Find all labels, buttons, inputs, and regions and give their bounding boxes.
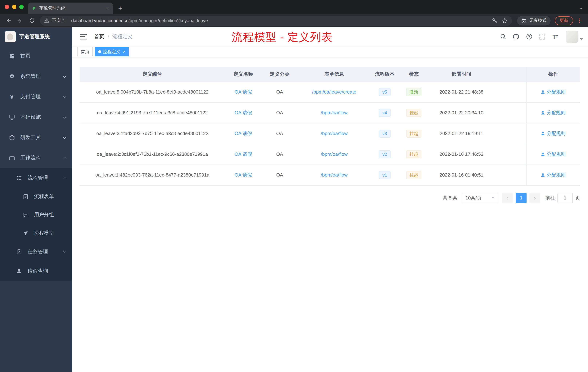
browser-menu-kebab-icon[interactable]: ⋮ — [574, 17, 585, 24]
search-icon[interactable] — [497, 30, 508, 43]
sidebar-item-label: 流程管理 — [28, 175, 48, 181]
sidebar-item-system[interactable]: 系统管理 — [0, 66, 72, 87]
definition-name-link[interactable]: OA 请假 — [235, 131, 252, 136]
cell-deploy-time: 2022-01-22 21:48:38 — [429, 82, 494, 102]
chevron-up-icon — [63, 156, 67, 160]
goto-page-input[interactable] — [557, 193, 573, 203]
minimize-window-button[interactable] — [12, 5, 16, 9]
assign-rule-link[interactable]: 分配规则 — [541, 109, 566, 116]
col-header-time: 部署时间 — [429, 67, 494, 82]
sidebar-item-label: 支付管理 — [20, 94, 41, 100]
zoom-window-button[interactable] — [19, 5, 24, 9]
table-row: oa_leave:3:1fad3d93-7b75-11ec-a3c8-acde4… — [80, 123, 580, 144]
form-link[interactable]: /bpm/oa/flow — [321, 152, 347, 157]
forward-icon[interactable] — [15, 15, 25, 26]
col-header-id: 定义编号 — [80, 67, 225, 82]
breadcrumb: 首页 / 流程定义 — [94, 33, 133, 40]
page-size-select[interactable]: 10条/页 — [462, 193, 498, 203]
col-header-category: 定义分类 — [262, 67, 298, 82]
sidebar-item-label: 用户分组 — [34, 211, 54, 218]
tag-home[interactable]: 首页 — [77, 47, 93, 56]
prev-page-button[interactable]: ‹ — [502, 193, 513, 203]
sidebar-item-leave-query[interactable]: 请假查询 — [0, 261, 72, 281]
user-menu[interactable] — [566, 30, 583, 43]
assign-rule-link[interactable]: 分配规则 — [541, 172, 566, 178]
cell-category: OA — [262, 123, 298, 144]
process-manage-icon — [16, 175, 22, 181]
assign-rule-label: 分配规则 — [547, 151, 566, 157]
person-icon — [541, 110, 545, 115]
next-page-button[interactable]: › — [529, 193, 540, 203]
sidebar-item-workflow[interactable]: 工作流程 — [0, 148, 72, 168]
assign-rule-link[interactable]: 分配规则 — [541, 89, 566, 95]
sidebar-item-process-form[interactable]: 流程表单 — [0, 187, 72, 206]
cell-definition-id: oa_leave:4:991f2193-7b7f-11ec-a3c8-acde4… — [80, 102, 225, 123]
sidebar-item-payment[interactable]: ¥ 支付管理 — [0, 87, 72, 107]
version-badge: v3 — [379, 129, 390, 137]
form-link[interactable]: /bpm/oa/flow — [321, 131, 347, 136]
sidebar-item-label: 任务管理 — [28, 248, 48, 255]
font-size-icon[interactable]: TT — [550, 30, 561, 43]
definition-name-link[interactable]: OA 请假 — [235, 110, 252, 115]
logo-title: 芋道管理系统 — [19, 33, 50, 40]
definition-name-link[interactable]: OA 请假 — [235, 151, 252, 157]
browser-tab[interactable]: 芋道管理系统 × — [28, 2, 113, 14]
assign-rule-link[interactable]: 分配规则 — [541, 151, 566, 157]
process-model-icon — [22, 230, 29, 236]
person-icon — [541, 173, 545, 177]
tab-search-chevron-icon[interactable]: ▼ — [579, 7, 583, 11]
definition-name-link[interactable]: OA 请假 — [235, 172, 252, 177]
breadcrumb-home[interactable]: 首页 — [94, 33, 104, 40]
window-controls — [5, 5, 24, 9]
address-bar[interactable]: 不安全 dashboard.yudao.iocoder.cn/bpm/manag… — [40, 15, 512, 26]
close-window-button[interactable] — [5, 5, 9, 9]
tag-process-definition[interactable]: 流程定义 × — [95, 47, 129, 56]
yen-icon: ¥ — [9, 94, 15, 100]
tag-close-icon[interactable]: × — [123, 50, 126, 54]
sidebar-item-home[interactable]: 首页 — [0, 46, 72, 66]
tab-close-icon[interactable]: × — [106, 6, 109, 11]
sidebar-item-task-manage[interactable]: 任务管理 — [0, 242, 72, 261]
cell-deploy-time: 2022-01-22 19:19:11 — [429, 123, 494, 144]
hamburger-icon[interactable] — [77, 30, 90, 43]
sidebar-item-process-model[interactable]: 流程模型 — [0, 224, 72, 242]
reload-icon[interactable] — [26, 15, 37, 26]
bookmark-star-icon[interactable] — [502, 18, 508, 23]
fullscreen-icon[interactable] — [537, 30, 548, 43]
screenshot-annotation: 流程模型 - 定义列表 — [232, 30, 333, 45]
status-badge: 挂起 — [406, 171, 421, 179]
table-row: oa_leave:4:991f2193-7b7f-11ec-a3c8-acde4… — [80, 102, 580, 123]
sidebar-item-label: 流程表单 — [34, 193, 54, 200]
github-icon[interactable] — [511, 30, 521, 43]
form-link[interactable]: /bpm/oa/flow — [321, 110, 347, 115]
status-badge: 挂起 — [406, 129, 421, 137]
help-icon[interactable] — [524, 30, 535, 43]
cell-filler — [494, 144, 526, 164]
gear-icon — [9, 73, 15, 79]
form-icon — [22, 194, 29, 200]
goto-page: 前往 页 — [546, 193, 580, 203]
new-tab-button[interactable]: + — [118, 5, 122, 12]
breadcrumb-separator: / — [108, 34, 109, 40]
page-number-button[interactable]: 1 — [516, 193, 526, 203]
back-icon[interactable] — [3, 15, 14, 26]
form-link[interactable]: /bpm/oa/flow — [321, 172, 347, 178]
browser-update-button[interactable]: 更新 — [555, 16, 573, 25]
cell-definition-id: oa_leave:3:1fad3d93-7b75-11ec-a3c8-acde4… — [80, 123, 225, 144]
assign-rule-link[interactable]: 分配规则 — [541, 130, 566, 137]
password-key-icon[interactable] — [492, 18, 497, 23]
table-header-row: 定义编号 定义名称 定义分类 表单信息 流程版本 状态 部署时间 操作 — [80, 67, 580, 82]
sidebar-item-process-manage[interactable]: 流程管理 — [0, 168, 72, 187]
chevron-down-icon — [492, 197, 494, 199]
sidebar-item-user-group[interactable]: 用户分组 — [0, 206, 72, 224]
status-badge: 挂起 — [406, 109, 421, 117]
sidebar-item-devtools[interactable]: 研发工具 — [0, 127, 72, 148]
definition-name-link[interactable]: OA 请假 — [235, 89, 252, 94]
url-path: /bpm/manager/definition?key=oa_leave — [128, 18, 208, 23]
sidebar-item-label: 流程模型 — [34, 230, 54, 236]
breadcrumb-current: 流程定义 — [112, 33, 133, 40]
form-link[interactable]: /bpm/oa/leave/create — [312, 89, 356, 95]
sidebar-logo[interactable]: 芋道管理系统 — [0, 27, 72, 46]
sidebar-item-infrastructure[interactable]: 基础设施 — [0, 107, 72, 127]
navbar-actions: TT — [497, 30, 583, 43]
